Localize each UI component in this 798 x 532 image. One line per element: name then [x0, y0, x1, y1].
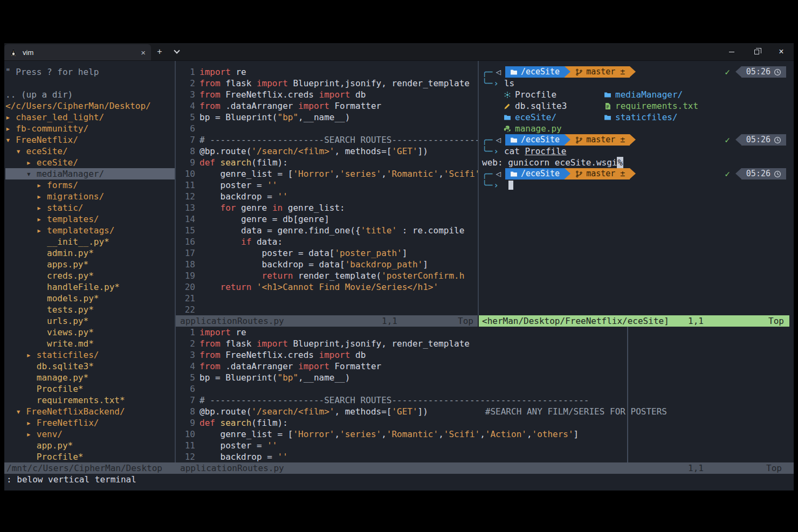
tree-item-file[interactable]: models.py* — [5, 293, 175, 304]
code-line[interactable]: 15 data = genre.find_one({'title' : re.c… — [176, 225, 478, 236]
code-line[interactable]: 19 return render_template('posterConfirm… — [176, 270, 478, 281]
code-line[interactable]: 4from .dataArranger import Formatter — [176, 361, 789, 372]
tree-item-file[interactable]: creds.py* — [5, 270, 175, 281]
tree-item-dir[interactable]: ▸ staticfiles/ — [5, 349, 175, 361]
tree-item-dir[interactable]: ▸ migrations/ — [5, 191, 175, 202]
code-line[interactable]: 8@bp.route('/search/<film>', methods=['G… — [176, 146, 478, 157]
restore-icon — [754, 50, 759, 54]
tree-item-file[interactable]: views.py* — [5, 327, 175, 338]
code-line[interactable]: 18 backdrop = data['backdrop_path'] — [176, 259, 478, 270]
titlebar[interactable]: vim × + × — [4, 43, 794, 61]
titlebar-drag-area[interactable] — [185, 43, 719, 60]
code-line[interactable]: 1import re — [176, 66, 478, 78]
tree-item-file[interactable]: manage.py* — [5, 372, 175, 383]
new-tab-button[interactable]: + — [151, 43, 168, 60]
os-icon: ◁ — [496, 134, 501, 146]
minimize-button[interactable] — [719, 43, 744, 60]
tree-item-dir[interactable]: ▸ venv/ — [5, 429, 175, 440]
tree-item-dir[interactable]: ▸ eceSite/ — [5, 157, 175, 168]
tree-item-dir[interactable]: ▾ mediaManager/ — [5, 168, 175, 179]
code-line[interactable]: 12 backdrop = '' — [176, 451, 789, 462]
tree-item-file[interactable]: requirements.txt* — [5, 395, 175, 406]
tree-item-dir[interactable]: ▾ FreeNetflix/ — [5, 134, 175, 146]
tree-item-file[interactable]: apps.py* — [5, 259, 175, 270]
typed-command: ls — [504, 78, 514, 89]
shell-command-line[interactable]: ╰─ › — [482, 179, 789, 191]
tree-item-dir[interactable]: ▸ fb-communitty/ — [5, 123, 175, 134]
tab-dropdown-button[interactable] — [168, 43, 185, 60]
code-line[interactable]: 5bp = Blueprint("bp",__name__) — [176, 372, 789, 383]
terminal-pane[interactable]: ╭─ ◁ /eceSite master ± ✓ 05:26 ╰─ › ls P… — [479, 61, 789, 315]
folder-icon — [510, 170, 518, 178]
code-line[interactable]: 1import re — [176, 327, 789, 338]
tree-item-file[interactable]: Procfile* — [5, 451, 175, 462]
statusline-editor-top: applicationRoutes.py 1,1 Top — [176, 315, 478, 327]
tree-item-file[interactable]: admin.py* — [5, 247, 175, 259]
tree-item-dir[interactable]: ▸ templatetags/ — [5, 225, 175, 236]
code-line[interactable]: 16 if data: — [176, 236, 478, 247]
code-line[interactable]: 6 — [176, 123, 478, 134]
os-icon: ◁ — [496, 168, 501, 179]
tree-item-file[interactable]: write.md* — [5, 338, 175, 349]
tree-item-file[interactable]: __init__.py* — [5, 236, 175, 247]
close-button[interactable]: × — [769, 43, 794, 60]
code-line[interactable]: 7# ----------------------SEARCH ROUTES--… — [176, 134, 478, 146]
code-line[interactable]: 10 genre_list = ['Horror','series','Roma… — [176, 168, 478, 179]
maximize-button[interactable] — [744, 43, 769, 60]
code-line[interactable]: 8@bp.route('/search/<film>', methods=['G… — [176, 406, 789, 417]
command-line[interactable]: : below vertical terminal — [6, 474, 136, 485]
code-line[interactable]: 7# ----------------------SEARCH ROUTES--… — [176, 395, 789, 406]
code-line[interactable]: 17 poster = data['poster_path'] — [176, 247, 478, 259]
line-number: 9 — [176, 157, 195, 168]
code-line[interactable]: 6 — [176, 383, 789, 395]
code-line[interactable]: 11 poster = '' — [176, 440, 789, 451]
tree-item-dir[interactable]: ▸ templates/ — [5, 213, 175, 225]
tree-item-dir[interactable]: ▸ chaser_led_light/ — [5, 112, 175, 123]
code-line[interactable]: 2from flask import Blueprint,jsonify, re… — [176, 78, 478, 89]
code-line[interactable]: 14 genre = db[genre] — [176, 213, 478, 225]
code-line[interactable]: 11 poster = '' — [176, 179, 478, 191]
code-line[interactable]: 3from FreeNetflix.creds import db — [176, 349, 789, 361]
tree-item-dir[interactable]: ▾ eceSite/ — [5, 146, 175, 157]
line-number: 10 — [176, 429, 195, 440]
tree-item-dir[interactable]: ▸ forms/ — [5, 179, 175, 191]
code-line[interactable]: 22 — [176, 304, 478, 315]
tree-item-file[interactable]: handleFile.py* — [5, 281, 175, 293]
code-line[interactable]: 9def search(film): — [176, 157, 478, 168]
vim-body: " Press ? for help.. (up a dir)</c/Users… — [4, 61, 794, 490]
powerline-separator — [630, 66, 636, 78]
line-number: 19 — [176, 270, 195, 281]
code-line[interactable]: 12 backdrop = '' — [176, 191, 478, 202]
ls-output-row: ProcfilemediaManager/ — [504, 89, 789, 100]
statusline-scroll: Top — [458, 315, 473, 327]
tree-item-file[interactable]: Procfile* — [5, 383, 175, 395]
code-line[interactable]: 9def search(film): — [176, 417, 789, 429]
shell-command-line[interactable]: ╰─ › cat Procfile — [482, 146, 789, 157]
code-line[interactable]: 20 return '<h1>Cannot Find Movie/Series<… — [176, 281, 478, 293]
tab-close-icon[interactable]: × — [141, 49, 146, 57]
editor-top[interactable]: 1import re2from flask import Blueprint,j… — [176, 61, 478, 315]
tree-item-dir[interactable]: ▾ FreeNetflixBackend/ — [5, 406, 175, 417]
tab-vim[interactable]: vim × — [4, 44, 151, 60]
code-line[interactable]: 2from flask import Blueprint,jsonify, re… — [176, 338, 789, 349]
tree-item-updir[interactable]: .. (up a dir) — [5, 89, 175, 100]
tree-item-file[interactable]: tests.py* — [5, 304, 175, 315]
code-line[interactable]: 21 — [176, 293, 478, 304]
tree-item-file[interactable]: app.py* — [5, 440, 175, 451]
tree-item-file[interactable]: db.sqlite3* — [5, 361, 175, 372]
tree-item-dir[interactable]: ▸ FreeNetflix/ — [5, 417, 175, 429]
code-line[interactable]: 10 genre_list = ['Horror','series','Roma… — [176, 429, 789, 440]
prompt-frame: ╰─ — [482, 146, 492, 157]
code-line[interactable]: 5bp = Blueprint("bp",__name__) — [176, 112, 478, 123]
tree-item-root[interactable]: </c/Users/CipherMan/Desktop/ — [5, 100, 175, 112]
code-line[interactable]: 13 for genre in genre_list: — [176, 202, 478, 213]
terminal-cursor — [508, 181, 513, 190]
code-line[interactable]: 4from .dataArranger import Formatter — [176, 100, 478, 112]
line-number: 11 — [176, 179, 195, 191]
tree-item-dir[interactable]: ▸ static/ — [5, 202, 175, 213]
editor-bottom[interactable]: 1import re2from flask import Blueprint,j… — [176, 327, 789, 462]
code-line[interactable]: 3from FreeNetflix.creds import db — [176, 89, 478, 100]
tree-item-file[interactable]: urls.py* — [5, 315, 175, 327]
nerdtree[interactable]: " Press ? for help.. (up a dir)</c/Users… — [4, 61, 175, 462]
shell-command-line[interactable]: ╰─ › ls — [482, 78, 789, 89]
